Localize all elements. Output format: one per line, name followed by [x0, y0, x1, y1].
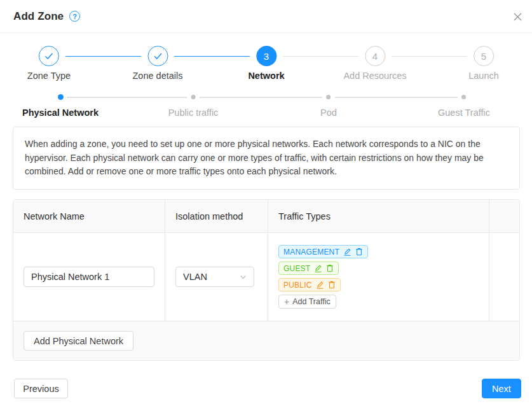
- step-network: 3 Network: [248, 46, 284, 81]
- edit-icon[interactable]: [316, 281, 324, 289]
- active-dot-icon: [57, 94, 63, 100]
- substep-physical-network: Physical Network: [22, 92, 99, 118]
- column-header-isolation-method: Isolation method: [165, 200, 268, 232]
- step-label: Launch: [468, 71, 499, 81]
- add-traffic-button[interactable]: + Add Traffic: [278, 295, 336, 309]
- step-label: Add Resources: [343, 71, 406, 81]
- page-title: Add Zone: [13, 10, 64, 23]
- edit-icon[interactable]: [343, 248, 351, 256]
- edit-icon[interactable]: [314, 264, 322, 272]
- delete-icon[interactable]: [355, 248, 363, 256]
- help-icon[interactable]: ?: [69, 11, 80, 22]
- column-header-network-name: Network Name: [13, 200, 165, 232]
- substep-label: Physical Network: [22, 108, 99, 118]
- traffic-tag-management: MANAGEMENT: [278, 245, 368, 258]
- step-launch: 5 Launch: [468, 46, 499, 81]
- close-icon[interactable]: [511, 10, 524, 23]
- dialog-header: Add Zone ?: [0, 0, 532, 33]
- traffic-tag-guest: GUEST: [278, 262, 339, 275]
- isolation-method-select[interactable]: VLAN: [175, 267, 254, 287]
- step-number: 3: [256, 46, 276, 66]
- step-zone-type: Zone Type: [27, 46, 71, 81]
- substep-label: Public traffic: [168, 108, 219, 118]
- step-label: Zone Type: [27, 71, 71, 81]
- substep-public-traffic: Public traffic: [168, 92, 219, 118]
- substep-label: Guest Traffic: [438, 108, 490, 118]
- step-zone-details: Zone details: [133, 46, 183, 81]
- step-number: 5: [474, 46, 494, 66]
- network-sub-steps: Physical Network Public traffic Pod Gues…: [0, 92, 532, 120]
- previous-button[interactable]: Previous: [14, 379, 68, 398]
- physical-network-description: When adding a zone, you need to set up o…: [13, 127, 520, 190]
- network-name-input[interactable]: [24, 267, 154, 287]
- substep-guest-traffic: Guest Traffic: [438, 92, 490, 118]
- table-footer: Add Physical Network: [13, 321, 519, 360]
- tag-label: GUEST: [283, 264, 310, 273]
- chevron-down-icon: [240, 274, 247, 281]
- column-header-actions: [489, 200, 519, 232]
- add-zone-dialog: Add Zone ? Zone Type Zone details 3 Netw…: [0, 0, 532, 413]
- next-button[interactable]: Next: [482, 379, 521, 398]
- column-header-traffic-types: Traffic Types: [268, 200, 489, 232]
- table-header-row: Network Name Isolation method Traffic Ty…: [13, 200, 519, 233]
- isolation-method-value: VLAN: [183, 272, 207, 282]
- plus-icon: +: [284, 297, 289, 306]
- wait-dot-icon: [191, 95, 196, 99]
- physical-networks-table: Network Name Isolation method Traffic Ty…: [13, 199, 520, 361]
- row-actions-cell: [489, 233, 519, 321]
- step-connector: [174, 56, 250, 57]
- wait-dot-icon: [327, 95, 331, 99]
- add-traffic-label: Add Traffic: [292, 297, 331, 306]
- wizard-steps: Zone Type Zone details 3 Network 4 Add R…: [0, 43, 532, 85]
- delete-icon[interactable]: [326, 264, 334, 272]
- substep-label: Pod: [320, 108, 337, 118]
- add-physical-network-button[interactable]: Add Physical Network: [24, 331, 133, 351]
- traffic-tag-public: PUBLIC: [278, 278, 341, 291]
- isolation-method-cell: VLAN: [165, 233, 268, 321]
- tag-label: PUBLIC: [283, 281, 312, 290]
- step-add-resources: 4 Add Resources: [343, 46, 406, 81]
- delete-icon[interactable]: [328, 281, 336, 289]
- check-circle-icon: [39, 46, 59, 66]
- tag-label: MANAGEMENT: [283, 248, 339, 256]
- step-label: Network: [248, 71, 284, 81]
- check-circle-icon: [147, 46, 168, 66]
- step-number: 4: [365, 46, 385, 66]
- table-row: VLAN MANAGEMENT GUEST PUBLIC: [13, 233, 519, 321]
- step-connector: [65, 56, 141, 57]
- traffic-types-cell: MANAGEMENT GUEST PUBLIC + Add Traffic: [268, 233, 489, 321]
- network-name-cell: [13, 233, 165, 321]
- wait-dot-icon: [462, 95, 467, 99]
- substep-pod: Pod: [320, 92, 337, 118]
- step-label: Zone details: [133, 71, 183, 81]
